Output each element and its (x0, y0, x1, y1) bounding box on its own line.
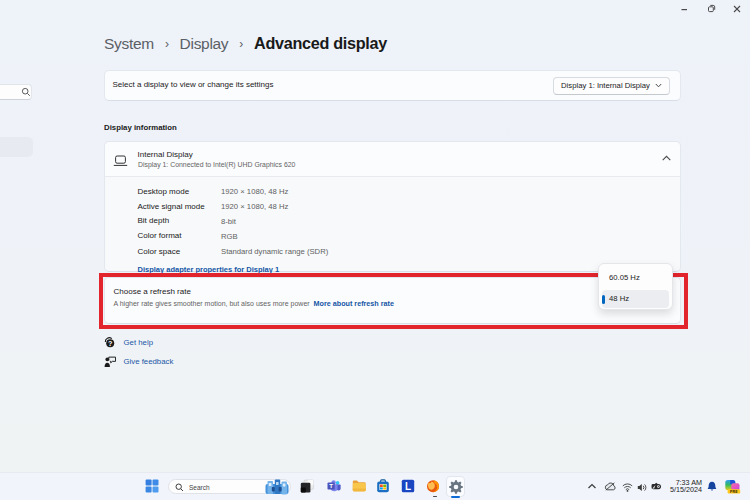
svg-text:PRE: PRE (730, 490, 738, 494)
svg-text:T: T (329, 482, 333, 489)
svg-text:L: L (405, 481, 411, 492)
svg-text:?: ? (108, 339, 112, 348)
